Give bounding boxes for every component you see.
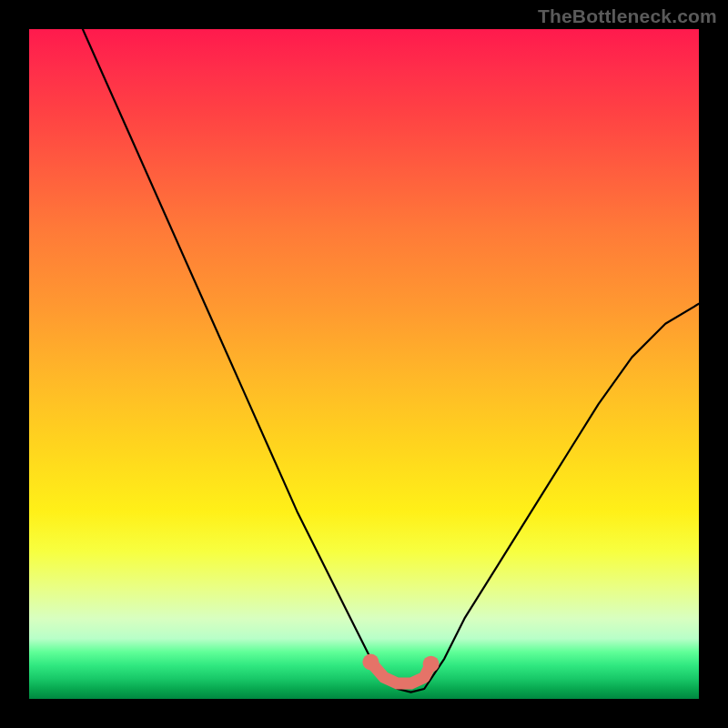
bottleneck-curve xyxy=(83,29,699,693)
plot-area xyxy=(29,29,699,699)
chart-frame: TheBottleneck.com xyxy=(0,0,728,728)
optimal-range-dot-right xyxy=(423,656,440,672)
optimal-range-line xyxy=(370,662,430,684)
curve-svg xyxy=(29,29,699,699)
watermark-label: TheBottleneck.com xyxy=(538,5,717,27)
optimal-range-dot-left xyxy=(362,654,379,671)
